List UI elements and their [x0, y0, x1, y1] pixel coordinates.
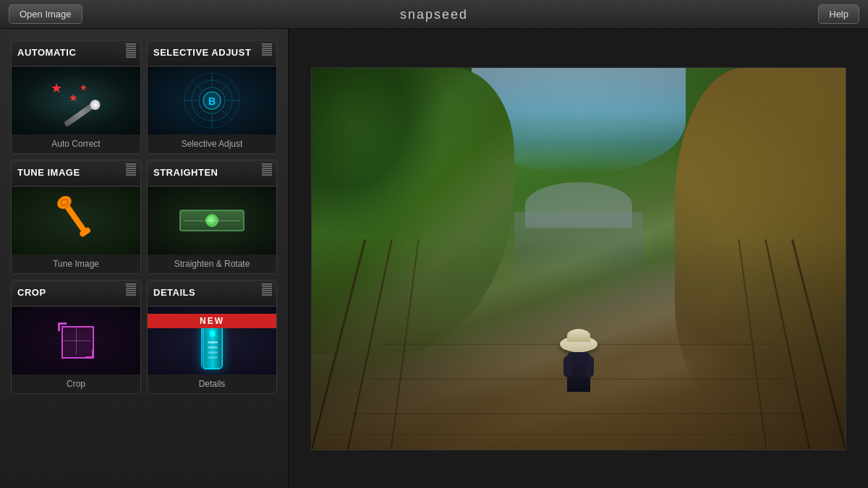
- svg-rect-19: [208, 341, 218, 343]
- tool-card-crop[interactable]: CROP Crop: [11, 280, 141, 394]
- barcode-auto-correct: [126, 43, 136, 62]
- straighten-title: STRAIGHTEN: [153, 168, 218, 178]
- straighten-icon: [179, 210, 244, 231]
- header: Open Image snapseed Help: [0, 0, 868, 29]
- photo-frame: [311, 67, 846, 450]
- person-figure: [560, 336, 597, 392]
- svg-line-5: [222, 111, 231, 120]
- svg-rect-22: [208, 356, 218, 359]
- sidebar: AUTOMATIC ★ ★ ★: [0, 29, 289, 488]
- svg-line-6: [222, 81, 231, 90]
- tool-card-details[interactable]: DETAILS NEW: [147, 280, 277, 394]
- tune-image-icon: [47, 196, 105, 246]
- tune-image-title: TUNE IMAGE: [17, 168, 80, 178]
- svg-line-7: [192, 111, 202, 120]
- crop-label: Crop: [12, 374, 140, 393]
- svg-line-4: [192, 81, 202, 90]
- details-icon: [201, 322, 223, 369]
- selective-adjust-label: Selective Adjust: [148, 134, 276, 153]
- tool-card-auto-correct[interactable]: AUTOMATIC ★ ★ ★: [11, 40, 141, 154]
- person-body: [567, 352, 590, 392]
- barcode-straighten: [262, 163, 272, 182]
- details-title: DETAILS: [153, 288, 195, 298]
- barcode-crop: [126, 283, 136, 302]
- main-content: AUTOMATIC ★ ★ ★: [0, 29, 868, 488]
- selective-adjust-title: SELECTIVE ADJUST: [153, 48, 251, 58]
- svg-text:B: B: [208, 95, 216, 107]
- tool-card-straighten[interactable]: STRAIGHTEN Straighten & Rotate: [147, 160, 277, 274]
- auto-correct-label: Auto Correct: [12, 134, 140, 153]
- auto-correct-icon: ★ ★ ★: [47, 79, 105, 122]
- svg-point-18: [210, 331, 216, 337]
- tool-card-tune-image[interactable]: TUNE IMAGE: [11, 160, 141, 274]
- barcode-details: [262, 283, 272, 302]
- svg-rect-21: [208, 351, 218, 354]
- app-title: snapseed: [400, 7, 468, 22]
- straighten-label: Straighten & Rotate: [148, 254, 276, 273]
- tool-card-selective-adjust[interactable]: SELECTIVE ADJUST: [147, 40, 277, 154]
- help-button[interactable]: Help: [818, 4, 859, 24]
- svg-rect-20: [208, 346, 218, 348]
- selective-adjust-icon: B: [183, 72, 241, 129]
- barcode-selective: [262, 43, 272, 62]
- image-area: [289, 29, 868, 488]
- barcode-tune: [126, 163, 136, 182]
- tune-image-label: Tune Image: [12, 254, 140, 273]
- details-label: Details: [148, 374, 276, 393]
- crop-title: CROP: [17, 288, 46, 298]
- crop-icon: [51, 315, 101, 366]
- open-image-button[interactable]: Open Image: [9, 4, 82, 24]
- new-badge: NEW: [148, 314, 276, 328]
- auto-correct-title: AUTOMATIC: [17, 48, 76, 58]
- person-hat: [560, 336, 597, 352]
